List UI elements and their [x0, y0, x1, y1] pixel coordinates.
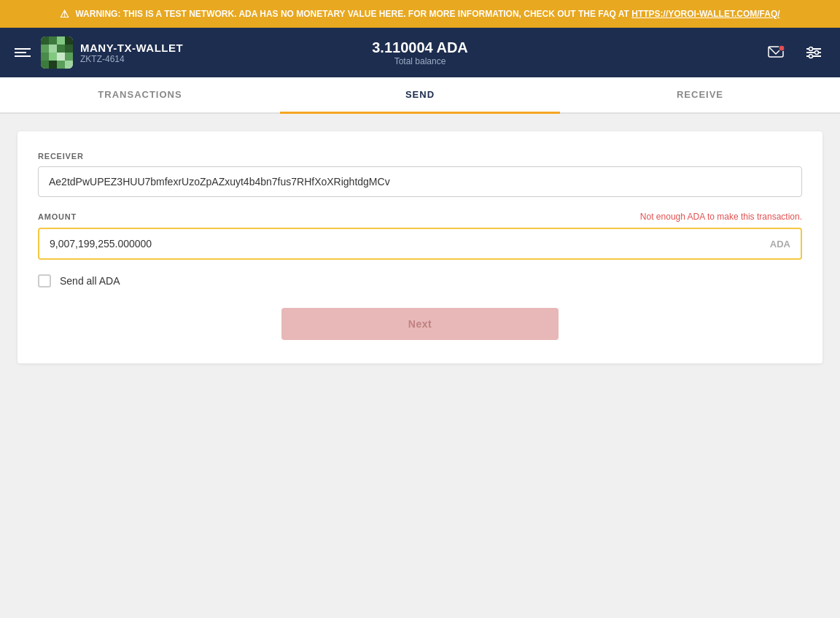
warning-icon: ⚠	[60, 8, 69, 20]
header-actions	[761, 38, 828, 67]
send-form: RECEIVER AMOUNT Not enough ADA to make t…	[18, 131, 822, 363]
main-content: RECEIVER AMOUNT Not enough ADA to make t…	[0, 114, 840, 381]
send-all-checkbox[interactable]	[38, 274, 51, 287]
settings-button[interactable]	[799, 38, 828, 67]
notification-button[interactable]	[761, 38, 790, 67]
receiver-input[interactable]	[38, 166, 802, 197]
next-button-wrap: Next	[38, 308, 802, 340]
next-button[interactable]: Next	[281, 308, 559, 340]
warning-link[interactable]: HTTPS://YOROI-WALLET.COM/FAQ/	[631, 9, 779, 19]
amount-label: AMOUNT	[38, 212, 77, 221]
tab-receive[interactable]: RECEIVE	[560, 77, 840, 114]
wallet-id: ZKTZ-4614	[80, 54, 183, 64]
header-balance: 3.110004 ADA Total balance	[372, 39, 468, 66]
tab-transactions[interactable]: TRANSACTIONS	[0, 77, 280, 114]
receiver-label: RECEIVER	[38, 152, 802, 161]
send-all-row: Send all ADA	[38, 274, 802, 287]
sidebar-toggle[interactable]	[12, 45, 34, 60]
amount-error: Not enough ADA to make this transaction.	[640, 212, 802, 222]
svg-point-1	[779, 45, 785, 51]
balance-amount: 3.110004 ADA	[372, 39, 468, 56]
warning-banner: ⚠ WARNING: THIS IS A TEST NETWORK. ADA H…	[0, 0, 840, 28]
amount-currency: ADA	[770, 239, 790, 250]
amount-header: AMOUNT Not enough ADA to make this trans…	[38, 212, 802, 222]
warning-text: WARNING: THIS IS A TEST NETWORK. ADA HAS…	[75, 9, 779, 19]
amount-input-wrap: ADA	[38, 228, 802, 260]
svg-point-7	[809, 55, 813, 58]
wallet-name: MANY-TX-WALLET	[80, 42, 183, 54]
header: MANY-TX-WALLET ZKTZ-4614 3.110004 ADA To…	[0, 28, 840, 77]
wallet-info: MANY-TX-WALLET ZKTZ-4614	[80, 42, 183, 64]
receiver-group: RECEIVER	[38, 152, 802, 197]
amount-group: AMOUNT Not enough ADA to make this trans…	[38, 212, 802, 260]
send-all-label[interactable]: Send all ADA	[60, 275, 120, 287]
svg-point-5	[809, 47, 813, 51]
svg-point-6	[815, 51, 819, 55]
amount-input[interactable]	[39, 229, 801, 258]
tab-send[interactable]: SEND	[280, 77, 560, 114]
wallet-avatar	[41, 36, 73, 69]
tab-bar: TRANSACTIONS SEND RECEIVE	[0, 77, 840, 114]
balance-label: Total balance	[372, 56, 468, 66]
